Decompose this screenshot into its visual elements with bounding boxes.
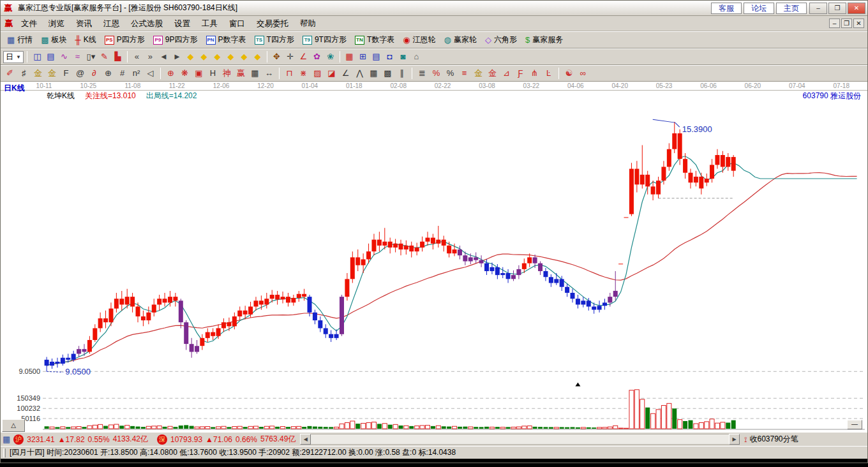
square-spiral-icon[interactable]: ▣ <box>192 67 206 80</box>
titlebar-button-2[interactable]: 主页 <box>776 3 807 14</box>
parallel-lines-icon[interactable]: ∥ <box>395 67 408 80</box>
volume-profile-icon[interactable]: ▙ <box>111 50 124 63</box>
toolbar-main-12[interactable]: $赢家服务 <box>521 34 567 45</box>
pulse-3-icon[interactable]: ∿ <box>57 50 71 63</box>
menu-item-1[interactable]: 浏览 <box>43 17 70 31</box>
calculator-icon[interactable]: ⊞ <box>356 50 370 63</box>
minimize-button[interactable]: – <box>809 3 827 14</box>
menu-item-4[interactable]: 公式选股 <box>125 17 168 31</box>
tick-feed[interactable]: ⟟ 收603790分笔 <box>744 434 865 445</box>
ray-fan-icon[interactable]: ⋇ <box>297 67 310 80</box>
restore-button[interactable]: ❐ <box>828 3 846 14</box>
square-numbers-icon[interactable]: n² <box>130 67 143 80</box>
gold-channel-icon[interactable]: 金 <box>472 67 485 80</box>
kline-chart[interactable]: 150349100232501169.050015.39009.0500 △ — <box>1 101 867 432</box>
percent-2-icon[interactable]: % <box>444 67 457 80</box>
toolbar-main-6[interactable]: TST四方形 <box>251 34 298 45</box>
grid-123-icon[interactable]: ▦ <box>248 67 262 80</box>
overlay-toggle-button[interactable]: △ <box>2 419 25 432</box>
diamond-star-icon[interactable]: ◆ <box>237 50 251 63</box>
gann-lines-icon[interactable]: ♯ <box>17 67 31 80</box>
pan-hand-icon[interactable]: ✥ <box>270 50 283 63</box>
mdi-close-button[interactable]: ✕ <box>853 19 864 28</box>
save-icon[interactable]: ◘ <box>383 50 396 63</box>
level-lines-icon[interactable]: ≡ <box>458 67 471 80</box>
grid-a-icon[interactable]: ▦ <box>367 67 380 80</box>
time-grid-icon[interactable]: # <box>116 67 129 80</box>
quote-grid-icon[interactable]: ▦ <box>3 434 10 444</box>
print-icon[interactable]: ⌂ <box>410 50 423 63</box>
menu-item-2[interactable]: 资讯 <box>70 17 98 31</box>
trend-angle-icon[interactable]: ∠ <box>339 67 352 80</box>
gann-circle-icon[interactable]: ⊕ <box>164 67 177 80</box>
menu-item-5[interactable]: 设置 <box>168 17 196 31</box>
hurst-cycle-icon[interactable]: H <box>206 67 220 80</box>
toolbar-main-4[interactable]: P99P四方形 <box>149 34 202 45</box>
taiji-ball-icon[interactable]: ☯ <box>562 67 576 80</box>
candle-style-icon[interactable]: ▯▾ <box>84 50 98 63</box>
fib-fan-icon[interactable]: Ƒ <box>514 67 527 80</box>
menu-item-8[interactable]: 交易委托 <box>251 17 294 31</box>
menu-item-7[interactable]: 窗口 <box>223 17 251 31</box>
calendar-icon[interactable]: ▦ <box>343 50 356 63</box>
toolbar-main-5[interactable]: PNP数字表 <box>202 34 250 45</box>
width-measure-icon[interactable]: ↔ <box>262 67 276 80</box>
diamond-move-icon[interactable]: ◆ <box>251 50 264 63</box>
titlebar-button-1[interactable]: 论坛 <box>744 3 774 14</box>
export-icon[interactable]: ◙ <box>396 50 410 63</box>
next-bar-icon[interactable]: ► <box>170 50 184 63</box>
menu-item-3[interactable]: 江恩 <box>98 17 125 31</box>
toolbar-main-0[interactable]: ▦行情 <box>3 34 36 45</box>
gold-line-2-icon[interactable]: 金 <box>45 67 59 80</box>
toolbar-main-7[interactable]: T99T四方形 <box>299 34 350 45</box>
speed-line-icon[interactable]: ⊿ <box>500 67 513 80</box>
toolbar-main-9[interactable]: ◉江恩轮 <box>399 34 439 45</box>
close-button[interactable]: ✕ <box>848 3 865 14</box>
percent-retrace-icon[interactable]: % <box>430 67 443 80</box>
window-grid-icon[interactable]: ◫ <box>31 50 44 63</box>
notes-icon[interactable]: ▤ <box>370 50 383 63</box>
infinity-tool-icon[interactable]: ∞ <box>576 67 590 80</box>
diamond-expand-icon[interactable]: ◆ <box>211 50 224 63</box>
frame-tool-icon[interactable]: ⊓ <box>283 67 296 80</box>
gann-brush-icon[interactable]: ✎ <box>98 50 111 63</box>
menu-item-0[interactable]: 文件 <box>15 17 43 31</box>
price-ladder-icon[interactable]: ≣ <box>415 67 429 80</box>
spiral-tool-icon[interactable]: @ <box>73 67 87 80</box>
menu-item-9[interactable]: 帮助 <box>294 17 322 31</box>
star-spiral-icon[interactable]: ❋ <box>178 67 191 80</box>
pattern-flower-icon[interactable]: ✿ <box>310 50 324 63</box>
titlebar-button-0[interactable]: 客服 <box>711 3 742 14</box>
toolbar-main-1[interactable]: ▩板块 <box>37 34 70 45</box>
gold-line-1-icon[interactable]: 金 <box>31 67 45 80</box>
diamond-right-icon[interactable]: ◆ <box>197 50 211 63</box>
toolbar-main-8[interactable]: TNT数字表 <box>351 34 398 45</box>
gold-section-icon[interactable]: 金 <box>486 67 499 80</box>
toolbar-main-11[interactable]: ◇六角形 <box>481 34 521 45</box>
win-tool-icon[interactable]: 赢 <box>234 67 248 80</box>
mdi-minimize-button[interactable]: – <box>829 19 840 28</box>
fibonacci-icon[interactable]: F <box>59 67 73 80</box>
menu-item-6[interactable]: 工具 <box>196 17 223 31</box>
pattern-brain-icon[interactable]: ❀ <box>324 50 337 63</box>
angle-flag-icon[interactable]: ◁ <box>144 67 157 80</box>
scroll-right-button[interactable]: ▶ <box>729 434 740 445</box>
pitchfork-icon[interactable]: ⋔ <box>528 67 541 80</box>
circle-cross-icon[interactable]: ⊕ <box>101 67 115 80</box>
zigzag-icon[interactable]: ⋀ <box>353 67 366 80</box>
info-card-icon[interactable]: ▤ <box>44 50 57 63</box>
grid-b-icon[interactable]: ▩ <box>381 67 394 80</box>
mdi-restore-button[interactable]: ❐ <box>841 19 852 28</box>
last-bar-icon[interactable]: » <box>144 50 157 63</box>
first-bar-icon[interactable]: « <box>130 50 144 63</box>
shen-tool-icon[interactable]: 神 <box>220 67 234 80</box>
toolbar-main-2[interactable]: ╫K线 <box>71 34 100 45</box>
scroll-left-button[interactable]: ◀ <box>300 434 311 445</box>
pulse-9-icon[interactable]: ≈ <box>71 50 84 63</box>
prev-bar-icon[interactable]: ◄ <box>157 50 170 63</box>
toolbar-main-3[interactable]: PSP四方形 <box>101 34 149 45</box>
gann-box-icon[interactable]: ▨ <box>311 67 324 80</box>
angle-measure-icon[interactable]: ∠ <box>297 50 310 63</box>
retrace-line-icon[interactable]: Ŀ <box>542 67 555 80</box>
diamond-left-icon[interactable]: ◆ <box>184 50 197 63</box>
